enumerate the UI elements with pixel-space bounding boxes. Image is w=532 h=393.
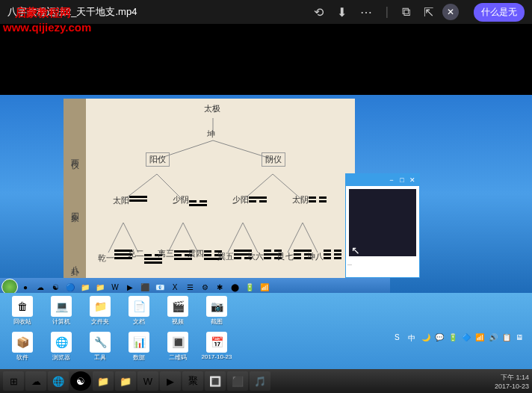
node-yangyi: 阳仪 [146, 152, 170, 167]
taskbar-app[interactable]: ⬛ [227, 371, 248, 391]
tray-icon[interactable]: 🖥 [516, 333, 526, 344]
node-taiji: 太极 [204, 103, 220, 114]
tray-icon[interactable]: 🔊 [489, 333, 499, 344]
help-button[interactable]: 什么是无 [474, 3, 525, 22]
tray-icon[interactable]: 🌙 [421, 333, 432, 344]
taskbar-item[interactable]: ⬛ [138, 280, 152, 294]
cursor-icon: ↖ [351, 244, 360, 256]
video-area: — □ ✕ 两仪 四象 八卦 太极 [0, 24, 532, 293]
icon-label: 二维码 [169, 353, 187, 362]
taskbar-item[interactable]: ☯ [49, 280, 62, 294]
icon-label: 截图 [211, 318, 223, 326]
outer-taskbar[interactable]: ⊞☁🌐☯📁📁W▶聚🔳⬛🎵 下午 1:14 2017-10-23 [0, 369, 532, 393]
desktop-icon[interactable]: 💻计算机 [45, 296, 78, 326]
tray-icon[interactable]: 📋 [502, 333, 513, 344]
side-panel[interactable]: − □ ✕ ... [345, 173, 420, 278]
desktop-icon[interactable]: 🌐浏览器 [45, 332, 78, 362]
side-panel-titlebar: − □ ✕ [346, 174, 419, 186]
taskbar-app[interactable]: 🌐 [48, 371, 69, 391]
taskbar-app[interactable]: W [137, 371, 158, 391]
taskbar-item[interactable]: ▶ [123, 280, 137, 294]
taskbar-clock[interactable]: 下午 1:14 2017-10-23 [495, 373, 529, 390]
desktop-icon[interactable]: 📷截图 [200, 296, 233, 326]
taskbar-item[interactable]: ● [19, 280, 32, 294]
fit-icon[interactable]: ⇱ [424, 5, 433, 19]
share-icon[interactable]: ⟲ [314, 5, 324, 19]
tray-icon[interactable]: S [395, 333, 405, 344]
close-icon[interactable]: ✕ [409, 176, 416, 184]
icon-label: 软件 [16, 353, 28, 362]
icon-label: 回收站 [13, 318, 31, 326]
taskbar-item[interactable]: ⚙ [198, 280, 211, 294]
app-icon: 🔧 [90, 332, 111, 353]
taskbar-item[interactable]: 📧 [153, 280, 167, 294]
taskbar-item[interactable]: ☰ [183, 280, 197, 294]
taskbar-app[interactable]: ☁ [25, 371, 46, 391]
node-shaoyang: 少阳 [232, 194, 267, 205]
taskbar-item[interactable]: ✱ [213, 280, 226, 294]
watermark-text-1: 启蒙教程网 [15, 6, 71, 20]
app-icon: 📦 [12, 332, 33, 353]
pip-icon[interactable]: ⧉ [402, 5, 410, 19]
taskbar-app[interactable]: 🔳 [205, 371, 226, 391]
doc-content: 太极 坤 阳仪 阴仪 太阳 少阴 少阳 太阴 乾一 兑二 离三 震四 巽五 坎六… [86, 99, 355, 294]
minimize-icon[interactable]: − [388, 176, 395, 184]
taskbar-item[interactable]: ☁ [34, 280, 47, 294]
tray-icon[interactable]: 🔋 [448, 333, 459, 344]
document-window[interactable]: — □ ✕ 两仪 四象 八卦 太极 [64, 99, 355, 294]
desktop-icon[interactable]: 📅2017-10-23 [200, 332, 233, 362]
download-icon[interactable]: ⬇ [337, 5, 347, 19]
taskbar-item[interactable]: W [108, 280, 122, 294]
system-tray[interactable]: S中🌙💬🔋🔷📶🔊📋🖥 [395, 333, 526, 344]
player-actions: ⟲ ⬇ ⋯ | ⧉ ⇱ [314, 5, 433, 19]
desktop-icon[interactable]: 📄文档 [123, 296, 155, 326]
node-taiyang: 太阳 [113, 194, 147, 206]
taskbar-app[interactable]: 聚 [182, 371, 203, 391]
taskbar-item[interactable]: 📁 [78, 280, 92, 294]
outer-desktop[interactable]: 🗑回收站💻计算机📁文件夹📄文档🎬视频📷截图 📦软件🌐浏览器🔧工具📊数据🔳二维码📅… [0, 293, 532, 369]
node-taiyin: 太阴 [292, 194, 327, 205]
desktop-icon[interactable]: 🔧工具 [84, 332, 117, 362]
node-kun: 坤 [207, 129, 215, 140]
taskbar-item[interactable]: 🔵 [64, 280, 77, 294]
desktop-icon[interactable]: 🗑回收站 [6, 296, 39, 326]
side-panel-caption: ... [346, 259, 419, 267]
taskbar-item[interactable]: X [168, 280, 182, 294]
desktop-icons-row-1: 🗑回收站💻计算机📁文件夹📄文档🎬视频📷截图 [0, 293, 532, 329]
app-icon: 📷 [206, 296, 227, 317]
maximize-icon[interactable]: □ [398, 176, 406, 184]
more-icon[interactable]: ⋯ [360, 5, 372, 19]
tray-icon[interactable]: 📶 [475, 333, 486, 344]
icon-label: 文档 [133, 318, 145, 326]
taskbar-app[interactable]: 📁 [115, 371, 136, 391]
desktop-icon[interactable]: 🎬视频 [161, 296, 194, 326]
desktop-icon[interactable]: 📦软件 [6, 332, 39, 362]
sidebar-label-bagua: 八卦 [69, 259, 81, 262]
icon-label: 工具 [94, 353, 106, 362]
tray-icon[interactable]: 中 [408, 333, 418, 344]
app-icon: 📄 [129, 296, 149, 317]
icon-label: 2017-10-23 [202, 353, 232, 360]
app-icon: 🌐 [51, 332, 72, 353]
taskbar-app[interactable]: ☯ [70, 371, 91, 391]
taskbar-app[interactable]: ▶ [160, 371, 181, 391]
taskbar-app[interactable]: ⊞ [3, 371, 24, 391]
app-icon: 📅 [206, 332, 227, 353]
tray-icon[interactable]: 💬 [435, 333, 445, 344]
gua-8: 坤八 [307, 248, 341, 262]
desktop-icon[interactable]: 📊数据 [123, 332, 155, 362]
close-button[interactable]: ✕ [442, 4, 459, 20]
tray-icon[interactable]: 🔷 [462, 333, 472, 344]
icon-label: 浏览器 [52, 353, 70, 362]
icon-label: 计算机 [52, 318, 70, 326]
watermark-url: www.qijiezy.com [3, 21, 91, 34]
taskbar-item[interactable]: ⬤ [228, 280, 241, 294]
taskbar-item[interactable]: 🔋 [243, 280, 256, 294]
taskbar-app[interactable]: 📁 [93, 371, 114, 391]
taskbar-item[interactable]: 📁 [93, 280, 107, 294]
taskbar-app[interactable]: 🎵 [250, 371, 270, 391]
desktop-icon[interactable]: 📁文件夹 [84, 296, 117, 326]
node-shaoyin: 少阴 [173, 194, 207, 208]
desktop-icon[interactable]: 🔳二维码 [161, 332, 194, 362]
taskbar-item[interactable]: 📶 [258, 280, 271, 294]
